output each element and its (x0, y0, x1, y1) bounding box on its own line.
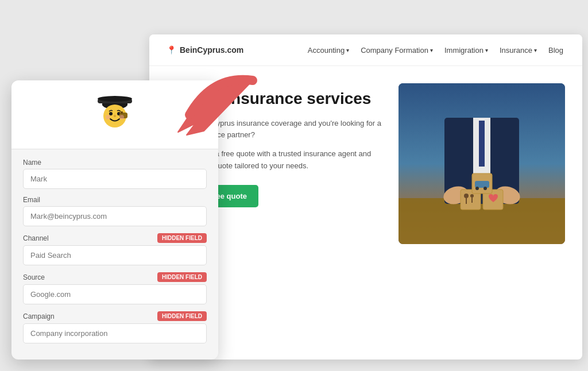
svg-point-19 (483, 187, 487, 190)
email-input[interactable] (23, 206, 207, 226)
campaign-field-header: Campaign HIDDEN FIELD (23, 311, 207, 321)
nav-insurance[interactable]: Insurance (500, 46, 537, 55)
form-body: Name Email Channel HIDDEN FIELD Source H… (11, 149, 218, 360)
channel-field-header: Channel HIDDEN FIELD (23, 233, 207, 243)
source-hidden-badge: HIDDEN FIELD (157, 272, 207, 282)
source-field-header: Source HIDDEN FIELD (23, 272, 207, 282)
channel-label: Channel (23, 234, 49, 242)
campaign-input[interactable] (23, 323, 207, 343)
svg-rect-28 (121, 111, 123, 114)
channel-field: Channel HIDDEN FIELD (23, 233, 207, 265)
name-label: Name (23, 159, 41, 167)
nav-links: Accounting Company Formation Immigration… (308, 46, 565, 55)
hero-image (399, 83, 565, 244)
mailchimp-logo (92, 92, 138, 138)
hero-illustration (399, 83, 565, 244)
svg-rect-4 (479, 121, 485, 167)
campaign-field: Campaign HIDDEN FIELD (23, 311, 207, 343)
logo-pin-icon: 📍 (167, 45, 176, 55)
svg-point-23 (98, 96, 132, 102)
name-input[interactable] (23, 169, 207, 189)
nav-accounting[interactable]: Accounting (308, 46, 349, 55)
svg-rect-1 (399, 198, 565, 244)
nav-immigration[interactable]: Immigration (444, 46, 488, 55)
channel-hidden-badge: HIDDEN FIELD (157, 233, 207, 243)
svg-point-9 (464, 194, 469, 198)
channel-input[interactable] (23, 245, 207, 265)
form-panel: Name Email Channel HIDDEN FIELD Source H… (11, 80, 218, 360)
form-logo-area (11, 80, 218, 149)
svg-point-30 (119, 115, 124, 119)
source-label: Source (23, 273, 45, 281)
nav-blog[interactable]: Blog (548, 46, 565, 55)
campaign-hidden-badge: HIDDEN FIELD (157, 311, 207, 321)
source-field: Source HIDDEN FIELD (23, 272, 207, 304)
website-nav: 📍 BeinCyprus.com Accounting Company Form… (149, 34, 582, 66)
email-label: Email (23, 196, 40, 204)
campaign-label: Campaign (23, 312, 55, 320)
svg-point-31 (114, 115, 116, 117)
nav-company-formation[interactable]: Company Formation (361, 46, 433, 55)
svg-point-25 (109, 112, 113, 115)
svg-point-10 (470, 194, 474, 198)
name-field-header: Name (23, 159, 207, 167)
source-input[interactable] (23, 284, 207, 304)
nav-logo[interactable]: 📍 BeinCyprus.com (167, 45, 243, 55)
email-field: Email (23, 196, 207, 226)
logo-text: BeinCyprus.com (180, 45, 243, 55)
email-field-header: Email (23, 196, 207, 204)
name-field: Name (23, 159, 207, 189)
svg-point-18 (475, 187, 479, 190)
svg-point-29 (106, 115, 110, 119)
